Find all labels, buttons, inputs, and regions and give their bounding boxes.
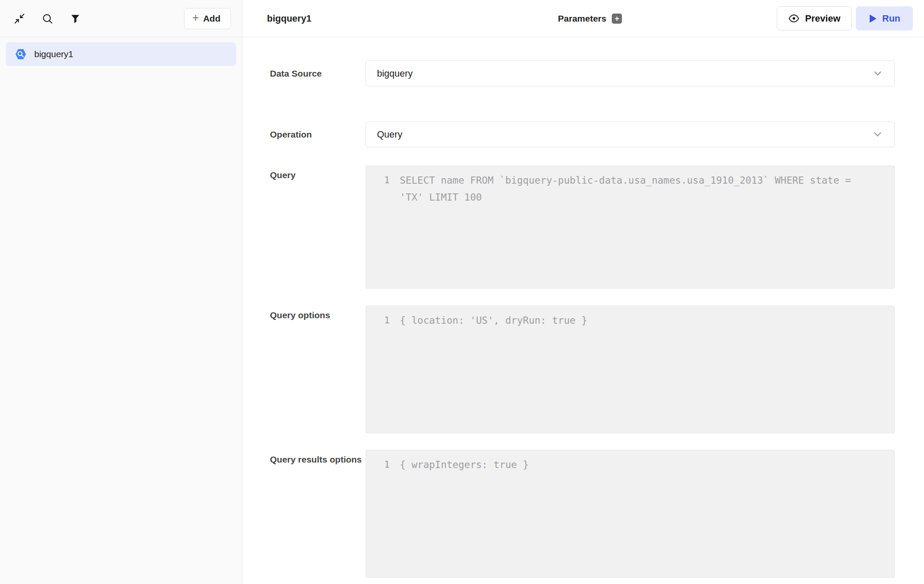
- data-source-value: bigquery: [377, 68, 872, 79]
- query-row: Query 1 SELECT name FROM `bigquery-publi…: [270, 165, 924, 289]
- header-actions: Preview Run: [622, 6, 913, 30]
- header: bigquery1 Parameters + Preview: [242, 0, 924, 37]
- add-parameter-button[interactable]: +: [612, 14, 622, 24]
- chevron-down-icon: [872, 129, 883, 140]
- query-results-options-label: Query results options: [270, 450, 366, 578]
- header-left: bigquery1: [267, 13, 558, 24]
- query-results-options-editor[interactable]: 1 { wrapIntegers: true }: [366, 450, 895, 578]
- operation-select[interactable]: Query: [366, 121, 895, 147]
- run-button-label: Run: [882, 13, 900, 24]
- operation-value: Query: [377, 129, 872, 140]
- filter-button[interactable]: [69, 12, 82, 25]
- data-source-select[interactable]: bigquery: [366, 61, 895, 86]
- sidebar: + Add bigquery1: [0, 0, 242, 584]
- sidebar-toolbar: + Add: [0, 0, 242, 37]
- header-center: Parameters +: [558, 14, 622, 24]
- operation-row: Operation Query: [270, 121, 924, 147]
- parameters-label: Parameters: [558, 14, 606, 24]
- add-button[interactable]: + Add: [184, 8, 231, 29]
- query-code-text: SELECT name FROM `bigquery-public-data.u…: [400, 172, 865, 206]
- plus-icon: +: [192, 12, 199, 24]
- query-options-label: Query options: [270, 306, 366, 433]
- preview-button[interactable]: Preview: [777, 6, 852, 30]
- query-results-options-row: Query results options 1 { wrapIntegers: …: [270, 450, 924, 578]
- collapse-icon: [14, 13, 25, 25]
- query-options-text: { location: 'US', dryRun: true }: [400, 312, 587, 329]
- bigquery-icon: [14, 48, 27, 61]
- query-label: Query: [270, 165, 366, 289]
- query-results-options-text: { wrapIntegers: true }: [400, 456, 529, 473]
- sidebar-item-label: bigquery1: [34, 49, 73, 59]
- play-icon: [869, 14, 877, 23]
- line-number: 1: [366, 172, 390, 189]
- preview-button-label: Preview: [805, 13, 840, 24]
- chevron-down-icon: [872, 68, 883, 79]
- eye-icon: [788, 13, 800, 24]
- search-icon: [41, 13, 53, 25]
- query-form: Data Source bigquery Operation Query: [242, 37, 924, 584]
- line-number: 1: [366, 312, 390, 329]
- collapse-sidebar-button[interactable]: [13, 12, 26, 25]
- operation-label: Operation: [270, 121, 366, 147]
- page-title: bigquery1: [267, 13, 311, 24]
- search-button[interactable]: [41, 12, 54, 25]
- main-panel: bigquery1 Parameters + Preview: [242, 0, 924, 584]
- query-options-row: Query options 1 { location: 'US', dryRun…: [270, 306, 924, 433]
- query-code-editor[interactable]: 1 SELECT name FROM `bigquery-public-data…: [366, 165, 895, 289]
- run-button[interactable]: Run: [856, 6, 913, 30]
- data-source-label: Data Source: [270, 61, 366, 86]
- line-number: 1: [366, 456, 390, 473]
- data-source-row: Data Source bigquery: [270, 61, 924, 86]
- sidebar-item-bigquery1[interactable]: bigquery1: [6, 42, 236, 66]
- filter-icon: [70, 13, 81, 24]
- plus-icon: +: [615, 15, 619, 22]
- query-options-editor[interactable]: 1 { location: 'US', dryRun: true }: [366, 306, 895, 433]
- query-list: bigquery1: [0, 37, 242, 71]
- add-button-label: Add: [203, 14, 220, 24]
